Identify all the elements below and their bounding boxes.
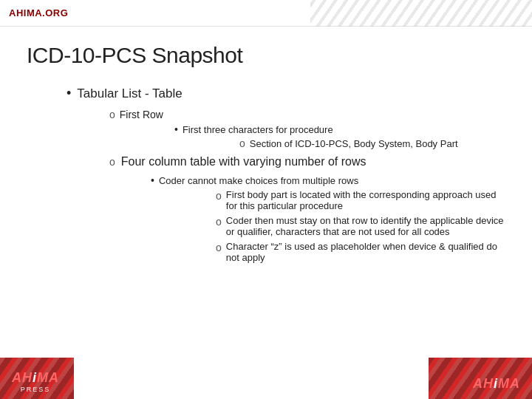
circle-o-3: o	[109, 156, 115, 168]
sub1a-container: • First three characters for procedure o…	[174, 123, 505, 149]
logo-left: AHiMA PRESS	[12, 370, 59, 393]
header-logo: AHIMA.ORG	[9, 7, 68, 18]
header-decoration	[310, 0, 532, 27]
ahima-logo-left-text: AHiMA	[12, 370, 59, 386]
sub1-item: o First Row	[109, 109, 505, 120]
ahima-logo-right-text: AHiMA	[473, 376, 520, 392]
main-content: ICD-10-PCS Snapshot • Tabular List - Tab…	[0, 27, 532, 372]
sub1-container: o First Row • First three characters for…	[109, 109, 505, 149]
sub1a-item: • First three characters for procedure	[174, 123, 505, 135]
bullet-1: • Tabular List - Table o First Row • Fir…	[56, 86, 505, 263]
sub2-container: o Four column table with varying number …	[109, 155, 505, 263]
logo-right: AHiMA	[473, 376, 520, 392]
sub2a-items: o First body part is located with the co…	[216, 189, 505, 263]
sub-bullet-dot-2: •	[151, 174, 154, 186]
sub1a1-item: o Section of ICD-10-PCS, Body System, Bo…	[239, 137, 505, 149]
circle-o-2: o	[239, 137, 245, 149]
circle-o-1: o	[109, 109, 115, 120]
page-title: ICD-10-PCS Snapshot	[27, 43, 505, 68]
sub2a-container: • Coder cannot make choices from multipl…	[151, 174, 505, 263]
sub1a1-container: o Section of ICD-10-PCS, Body System, Bo…	[239, 137, 505, 149]
sub-bullet-dot-1: •	[174, 123, 178, 135]
circle-o-6: o	[216, 242, 222, 253]
sub2a-item-1: o First body part is located with the co…	[216, 189, 505, 211]
sub2-item: o Four column table with varying number …	[109, 155, 505, 168]
circle-o-4: o	[216, 190, 222, 202]
header: AHIMA.ORG	[0, 0, 532, 27]
sub2a-item: • Coder cannot make choices from multipl…	[151, 174, 505, 186]
bullet-dot-1: •	[66, 86, 71, 101]
sub2a-item-2: o Coder then must stay on that row to id…	[216, 215, 505, 237]
sub2a-item-3: o Character “z” is used as placeholder w…	[216, 241, 505, 263]
bullet-1-label: • Tabular List - Table	[66, 86, 505, 101]
circle-o-5: o	[216, 216, 222, 228]
press-label: PRESS	[21, 386, 51, 393]
